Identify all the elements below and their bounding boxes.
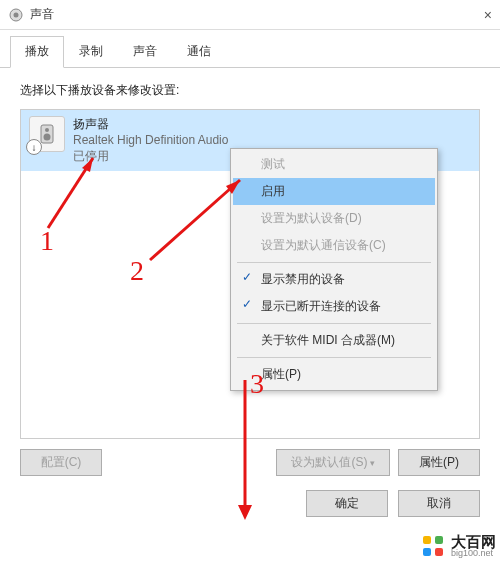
menu-about-midi[interactable]: 关于软件 MIDI 合成器(M) [233,327,435,354]
svg-point-4 [44,134,51,141]
tab-communications[interactable]: 通信 [172,36,226,67]
watermark-logo-icon [421,534,445,558]
svg-rect-11 [423,536,431,544]
sound-icon [8,7,24,23]
svg-rect-12 [435,536,443,544]
device-name: 扬声器 [73,116,228,132]
menu-test: 测试 [233,151,435,178]
properties-button[interactable]: 属性(P) [398,449,480,476]
svg-point-3 [45,128,49,132]
menu-separator [237,357,431,358]
tab-strip: 播放 录制 声音 通信 [0,30,500,68]
device-subtitle: Realtek High Definition Audio [73,132,228,148]
configure-button: 配置(C) [20,449,102,476]
close-button[interactable]: × [452,7,492,23]
watermark-sub: big100.net [451,549,496,558]
ok-button[interactable]: 确定 [306,490,388,517]
titlebar: 声音 × [0,0,500,30]
tab-playback[interactable]: 播放 [10,36,64,68]
arrow-down-icon: ↓ [26,139,42,155]
menu-separator [237,262,431,263]
svg-point-1 [14,12,19,17]
menu-set-default: 设置为默认设备(D) [233,205,435,232]
device-status: 已停用 [73,148,228,164]
check-icon: ✓ [239,270,255,284]
svg-rect-14 [435,548,443,556]
menu-show-disabled-label: 显示禁用的设备 [261,272,345,286]
device-text: 扬声器 Realtek High Definition Audio 已停用 [73,116,228,165]
tab-sounds[interactable]: 声音 [118,36,172,67]
set-default-button: 设为默认值(S) [276,449,390,476]
watermark-main: 大百网 [451,534,496,549]
menu-enable[interactable]: 启用 [233,178,435,205]
window-title: 声音 [30,6,452,23]
menu-separator [237,323,431,324]
menu-show-disabled[interactable]: ✓ 显示禁用的设备 [233,266,435,293]
check-icon: ✓ [239,297,255,311]
device-button-row: 配置(C) 设为默认值(S) 属性(P) [0,439,500,486]
watermark: 大百网 big100.net [421,534,496,558]
context-menu: 测试 启用 设置为默认设备(D) 设置为默认通信设备(C) ✓ 显示禁用的设备 … [230,148,438,391]
cancel-button[interactable]: 取消 [398,490,480,517]
menu-show-disconnected-label: 显示已断开连接的设备 [261,299,381,313]
menu-show-disconnected[interactable]: ✓ 显示已断开连接的设备 [233,293,435,320]
menu-properties[interactable]: 属性(P) [233,361,435,388]
instruction-text: 选择以下播放设备来修改设置: [20,82,480,99]
speaker-icon: ↓ [29,116,65,152]
menu-set-default-comm: 设置为默认通信设备(C) [233,232,435,259]
tab-recording[interactable]: 录制 [64,36,118,67]
svg-rect-13 [423,548,431,556]
dialog-button-row: 确定 取消 应用(A) [0,486,500,527]
